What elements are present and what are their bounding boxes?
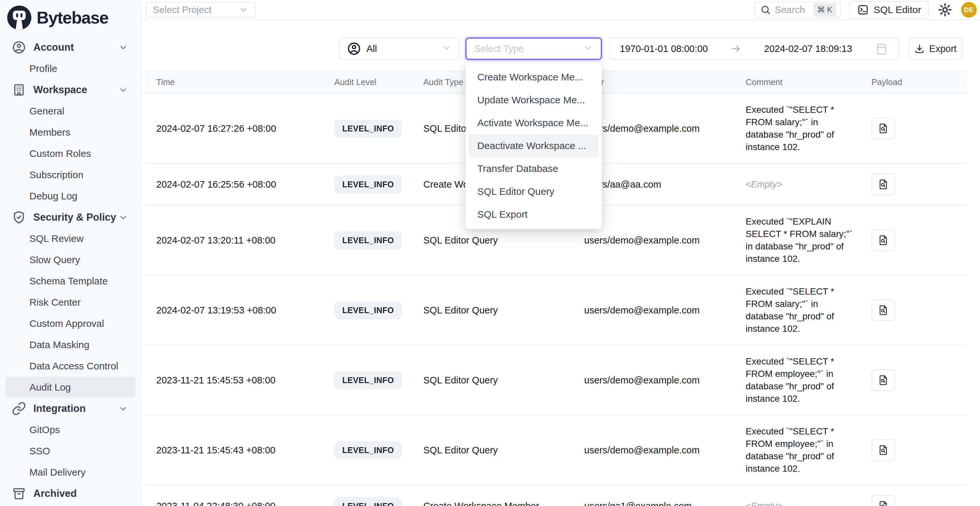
gear-icon[interactable] xyxy=(937,2,953,18)
cell-comment: <Empty> xyxy=(746,485,872,506)
sidebar-item-general[interactable]: General xyxy=(0,100,140,122)
file-search-icon xyxy=(877,178,889,190)
payload-view-button[interactable] xyxy=(872,495,895,506)
cell-actor: users/demo@example.com xyxy=(584,415,746,485)
table-row: 2023-11-21 15:45:43 +08:00 LEVEL_INFO SQ… xyxy=(145,415,966,485)
sidebar-item-mail-delivery[interactable]: Mail Delivery xyxy=(0,461,140,483)
cell-time: 2024-02-07 13:20:11 +08:00 xyxy=(145,205,334,275)
sidebar-section-label: Workspace xyxy=(33,84,87,96)
sidebar-item-gitops[interactable]: GitOps xyxy=(0,419,140,440)
sidebar-section-workspace[interactable]: Workspace xyxy=(0,79,140,100)
payload-view-button[interactable] xyxy=(872,173,895,195)
cell-audit-level: LEVEL_INFO xyxy=(334,94,423,164)
arrow-right-icon xyxy=(730,43,741,54)
actor-filter-select[interactable]: All xyxy=(339,38,459,60)
user-circle-icon xyxy=(12,40,26,54)
type-filter-placeholder: Select Type xyxy=(474,43,524,54)
column-header-time: Time xyxy=(145,71,334,94)
search-input[interactable]: Search ⌘ K xyxy=(754,2,841,18)
type-menu-item-update-workspace-me[interactable]: Update Workspace Me... xyxy=(469,89,598,111)
topbar: Select Project Search ⌘ K SQL xyxy=(141,0,980,20)
type-filter-select[interactable]: Select Type xyxy=(466,38,602,60)
topbar-right: Search ⌘ K SQL Editor DE xyxy=(754,1,977,19)
bytebase-logo[interactable]: Bytebase xyxy=(0,0,140,34)
file-search-icon xyxy=(877,123,889,134)
payload-view-button[interactable] xyxy=(872,299,895,321)
chevron-down-icon xyxy=(118,43,128,52)
cell-time: 2023-11-21 15:45:53 +08:00 xyxy=(145,345,334,415)
cell-audit-type: SQL Editor Query xyxy=(423,415,584,485)
chevron-down-icon xyxy=(118,85,128,95)
cell-audit-type: Create Workspace Member xyxy=(423,485,584,506)
cell-payload xyxy=(872,415,966,485)
cell-time: 2024-02-07 16:25:56 +08:00 xyxy=(145,164,334,205)
sidebar-item-slow-query[interactable]: Slow Query xyxy=(0,249,140,271)
cell-actor: users/qa1@example.com xyxy=(584,485,746,506)
type-menu-item-sql-export[interactable]: SQL Export xyxy=(469,203,598,226)
cell-time: 2023-11-04 22:48:30 +08:00 xyxy=(145,485,334,506)
sidebar-section-security-policy[interactable]: Security & Policy xyxy=(0,207,140,228)
project-select[interactable]: Select Project xyxy=(146,2,256,18)
sidebar-section-integration[interactable]: Integration xyxy=(0,398,140,419)
calendar-icon xyxy=(875,42,888,56)
chevron-down-icon xyxy=(118,212,128,222)
cell-audit-level: LEVEL_INFO xyxy=(334,415,423,485)
cell-comment: Executed `"SELECT * FROM employee;"` in … xyxy=(746,415,872,485)
sidebar-section-label: Security & Policy xyxy=(33,212,116,223)
sidebar-section-account[interactable]: Account xyxy=(0,37,140,58)
level-badge: LEVEL_INFO xyxy=(334,301,402,319)
cell-audit-level: LEVEL_INFO xyxy=(334,275,423,345)
sidebar-item-debug-log[interactable]: Debug Log xyxy=(0,185,140,207)
archive-icon xyxy=(12,486,26,501)
sidebar-item-schema-template[interactable]: Schema Template xyxy=(0,271,140,291)
level-badge: LEVEL_INFO xyxy=(334,441,402,459)
cell-comment: Executed `"SELECT * FROM employee;"` in … xyxy=(746,345,872,415)
type-menu-item-deactivate-workspace[interactable]: Deactivate Workspace ... xyxy=(469,134,598,157)
sidebar-item-data-masking[interactable]: Data Masking xyxy=(0,334,140,355)
type-menu-item-transfer-database[interactable]: Transfer Database xyxy=(469,157,598,180)
sidebar-item-custom-roles[interactable]: Custom Roles xyxy=(0,143,140,164)
sidebar-item-sql-review[interactable]: SQL Review xyxy=(0,228,140,249)
shield-check-icon xyxy=(12,210,26,224)
level-badge: LEVEL_INFO xyxy=(334,175,402,194)
type-menu-item-activate-workspace-me[interactable]: Activate Workspace Me... xyxy=(469,111,598,134)
sidebar-item-custom-approval[interactable]: Custom Approval xyxy=(0,313,140,334)
payload-view-button[interactable] xyxy=(872,118,895,139)
cell-audit-type: SQL Editor Query xyxy=(423,275,584,345)
export-button[interactable]: Export xyxy=(908,38,963,60)
sidebar-item-data-access-control[interactable]: Data Access Control xyxy=(0,355,140,377)
file-search-icon xyxy=(877,444,889,456)
sidebar-item-subscription[interactable]: Subscription xyxy=(0,164,140,185)
sidebar-item-risk-center[interactable]: Risk Center xyxy=(0,291,140,313)
bytebase-logo-icon xyxy=(7,6,31,30)
payload-view-button[interactable] xyxy=(872,229,895,251)
sidebar-item-audit-log[interactable]: Audit Log xyxy=(5,377,135,398)
type-menu-item-create-workspace-me[interactable]: Create Workspace Me... xyxy=(469,66,598,89)
sidebar-section-archived[interactable]: Archived xyxy=(0,483,140,504)
cell-time: 2024-02-07 13:19:53 +08:00 xyxy=(145,275,334,345)
cell-time: 2023-11-21 15:45:43 +08:00 xyxy=(145,415,334,485)
cell-comment: Executed `"EXPLAIN SELECT * FROM salary;… xyxy=(746,205,872,275)
payload-view-button[interactable] xyxy=(872,439,895,461)
sidebar-section-label: Account xyxy=(33,41,74,53)
cell-time: 2024-02-07 16:27:26 +08:00 xyxy=(145,94,334,164)
actor-filter-value: All xyxy=(366,43,377,54)
table-row: 2023-11-21 15:45:53 +08:00 LEVEL_INFO SQ… xyxy=(145,345,966,415)
chevron-down-icon xyxy=(118,404,128,414)
file-search-icon xyxy=(877,500,889,506)
payload-view-button[interactable] xyxy=(872,369,895,391)
column-header-actor: Actor xyxy=(584,71,746,94)
date-range-picker[interactable]: 1970-01-01 08:00:00 2024-02-07 18:09:13 xyxy=(609,38,899,60)
sql-editor-label: SQL Editor xyxy=(873,4,921,15)
sidebar-item-profile[interactable]: Profile xyxy=(0,58,140,79)
table-row: 2023-11-04 22:48:30 +08:00 LEVEL_INFO Cr… xyxy=(145,485,966,506)
chevron-down-icon xyxy=(583,43,593,55)
sidebar-item-sso[interactable]: SSO xyxy=(0,440,140,461)
cell-actor: users/demo@example.com xyxy=(584,94,746,164)
sidebar-item-members[interactable]: Members xyxy=(0,122,140,143)
avatar[interactable]: DE xyxy=(961,2,977,18)
user-circle-icon xyxy=(347,41,361,56)
sql-editor-button[interactable]: SQL Editor xyxy=(849,1,929,19)
type-menu-item-sql-editor-query[interactable]: SQL Editor Query xyxy=(469,180,598,203)
cell-audit-type: SQL Editor Query xyxy=(423,345,584,415)
